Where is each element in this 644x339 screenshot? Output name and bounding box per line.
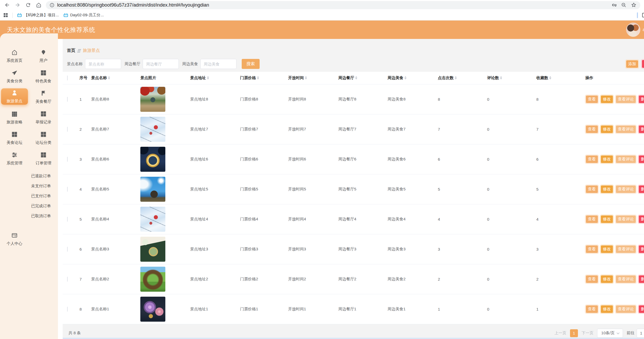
row-checkbox[interactable] (67, 157, 68, 162)
search-button[interactable]: 搜索 (242, 59, 260, 69)
sidebar-item-users[interactable]: 用户 (29, 46, 58, 66)
view-button[interactable]: 查看 (585, 155, 598, 164)
nearby-restaurant-input[interactable] (143, 59, 179, 69)
sort-caret-icon[interactable] (549, 76, 551, 79)
row-checkbox[interactable] (67, 247, 68, 252)
row-checkbox[interactable] (67, 277, 68, 282)
row-checkbox[interactable] (67, 127, 68, 132)
sidebar-item-food-restaurant[interactable]: 美食餐厅 (29, 87, 58, 107)
sidebar-item-food-forum[interactable]: 美食论坛 (0, 128, 29, 148)
sort-caret-icon[interactable] (305, 76, 307, 79)
row-checkbox[interactable] (67, 217, 68, 222)
col-header-food[interactable]: 周边美食 (385, 72, 436, 84)
delete-button[interactable]: 删除 (638, 155, 644, 164)
batch-delete-button-cut[interactable] (641, 59, 644, 68)
view-comments-button[interactable]: 查看评论 (615, 245, 636, 254)
delete-button[interactable]: 删除 (638, 245, 644, 254)
next-page-button[interactable]: 下一页 (582, 331, 593, 336)
view-button[interactable]: 查看 (585, 245, 598, 254)
user-avatar[interactable] (626, 23, 640, 37)
view-button[interactable]: 查看 (585, 215, 598, 224)
page-number-active[interactable]: 1 (570, 329, 578, 337)
delete-button[interactable]: 删除 (638, 215, 644, 224)
attraction-photo[interactable] (140, 87, 165, 112)
view-button[interactable]: 查看 (585, 95, 598, 104)
sidebar-item-report-records[interactable]: 举报记录 (29, 107, 58, 128)
nearby-food-input[interactable] (200, 59, 236, 69)
edit-button[interactable]: 修改 (600, 305, 613, 313)
col-header-comments[interactable]: 评论数 (485, 72, 534, 84)
attraction-photo[interactable] (140, 237, 165, 262)
view-comments-button[interactable]: 查看评论 (615, 185, 636, 194)
sidebar-item-system-management[interactable]: 系统管理 (0, 148, 29, 169)
horizontal-scrollbar-track[interactable] (63, 338, 644, 339)
attraction-name-input[interactable] (85, 59, 121, 69)
edit-button[interactable]: 修改 (600, 245, 613, 254)
sidebar-item-order-management[interactable]: 订单管理 (29, 148, 58, 169)
submenu-item-paid-orders[interactable]: 已支付订单 (29, 191, 58, 201)
attraction-photo[interactable] (140, 117, 165, 142)
goto-page-input[interactable] (637, 329, 644, 338)
sidebar-item-special-food[interactable]: 特色美食 (29, 66, 58, 87)
breadcrumb-home[interactable]: 首页 (67, 48, 75, 53)
sidebar-item-forum-category[interactable]: 论坛分类 (29, 128, 58, 148)
sidebar-item-food-category[interactable]: 美食分类 (0, 66, 29, 87)
delete-button[interactable]: 删除 (638, 185, 644, 194)
bookmark-item-1[interactable]: 【码神之路】项目... (17, 13, 59, 18)
delete-button[interactable]: 删除 (638, 125, 644, 134)
edit-button[interactable]: 修改 (600, 275, 613, 284)
sort-caret-icon[interactable] (355, 76, 357, 79)
submenu-item-cancelled-orders[interactable]: 已取消订单 (29, 211, 58, 221)
prev-page-button[interactable]: 上一页 (554, 331, 566, 336)
view-comments-button[interactable]: 查看评论 (615, 215, 636, 224)
submenu-item-refunded-orders[interactable]: 已退款订单 (29, 171, 58, 181)
attraction-photo[interactable] (140, 147, 165, 172)
zoom-out-icon[interactable] (621, 2, 627, 8)
site-info-icon[interactable] (49, 3, 55, 8)
col-header-favorites[interactable]: 收藏数 (534, 72, 583, 84)
view-button[interactable]: 查看 (585, 185, 598, 194)
submenu-item-unpaid-orders[interactable]: 未支付订单 (29, 181, 58, 191)
select-all-checkbox[interactable] (67, 75, 68, 80)
sidebar-item-system-home[interactable]: 系统首页 (0, 46, 29, 66)
submenu-item-completed-orders[interactable]: 已完成订单 (29, 201, 58, 211)
sort-caret-icon[interactable] (500, 76, 502, 79)
sort-caret-icon[interactable] (404, 76, 407, 79)
sort-caret-icon[interactable] (455, 76, 457, 79)
view-button[interactable]: 查看 (585, 275, 598, 284)
col-header-name[interactable]: 景点名称 (89, 72, 138, 84)
col-header-address[interactable]: 景点地址 (188, 72, 238, 84)
view-button[interactable]: 查看 (585, 125, 598, 134)
delete-button[interactable]: 删除 (638, 305, 644, 313)
row-checkbox[interactable] (67, 307, 68, 312)
attraction-photo[interactable] (140, 297, 165, 322)
edit-button[interactable]: 修改 (600, 185, 613, 194)
attraction-photo[interactable] (140, 177, 165, 202)
edit-button[interactable]: 修改 (600, 125, 613, 134)
attraction-photo[interactable] (140, 207, 165, 232)
view-comments-button[interactable]: 查看评论 (615, 155, 636, 164)
sort-caret-icon[interactable] (108, 76, 110, 79)
page-size-select[interactable]: 10条/页 (597, 329, 623, 338)
view-comments-button[interactable]: 查看评论 (615, 125, 636, 134)
bookmark-star-icon[interactable] (631, 2, 637, 8)
edit-button[interactable]: 修改 (600, 155, 613, 164)
sidebar-item-profile[interactable]: 个人中心 (0, 229, 29, 249)
back-icon[interactable] (3, 1, 12, 9)
col-header-restaurant[interactable]: 周边餐厅 (336, 72, 385, 84)
row-checkbox[interactable] (67, 97, 68, 102)
edit-button[interactable]: 修改 (600, 215, 613, 224)
url-text[interactable]: localhost:8080/springboot96u57z37/admin/… (57, 2, 608, 8)
apps-grid-icon[interactable] (3, 13, 8, 18)
home-icon[interactable] (34, 1, 43, 9)
add-button[interactable]: 添加 (626, 60, 639, 68)
sidebar-item-attractions[interactable]: 旅游景点 (1, 88, 28, 105)
view-comments-button[interactable]: 查看评论 (615, 95, 636, 104)
row-checkbox[interactable] (67, 187, 68, 192)
sort-caret-icon[interactable] (257, 76, 259, 79)
delete-button[interactable]: 删除 (638, 95, 644, 104)
col-header-open-time[interactable]: 开放时间 (286, 72, 336, 84)
sort-caret-icon[interactable] (207, 76, 209, 79)
forward-icon[interactable] (13, 1, 22, 9)
col-header-clicks[interactable]: 点击次数 (436, 72, 485, 84)
